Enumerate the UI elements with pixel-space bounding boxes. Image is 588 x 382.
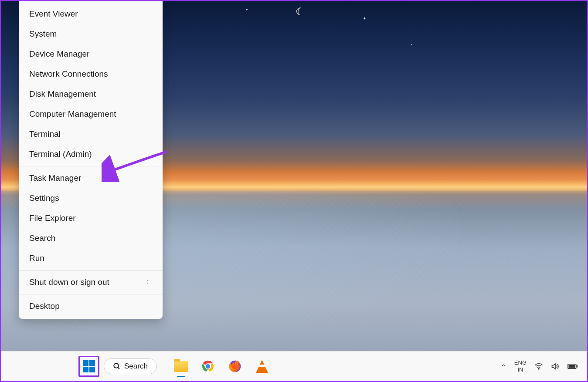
language-indicator[interactable]: ENG IN bbox=[514, 359, 527, 373]
menu-item-computer-management[interactable]: Computer Management bbox=[19, 104, 163, 124]
svg-rect-10 bbox=[569, 365, 575, 368]
menu-item-system[interactable]: System bbox=[19, 24, 163, 44]
chevron-up-icon bbox=[500, 362, 506, 368]
menu-item-shutdown[interactable]: Shut down or sign out 〉 bbox=[19, 272, 163, 292]
vlc-icon bbox=[256, 360, 268, 373]
menu-item-event-viewer[interactable]: Event Viewer bbox=[19, 4, 163, 24]
chrome-taskbar-icon[interactable] bbox=[201, 359, 215, 374]
search-icon bbox=[113, 362, 121, 370]
menu-item-device-manager[interactable]: Device Manager bbox=[19, 44, 163, 64]
chevron-right-icon: 〉 bbox=[146, 278, 152, 286]
wifi-tray-icon[interactable] bbox=[534, 362, 543, 371]
svg-marker-8 bbox=[552, 364, 556, 369]
system-tray: ENG IN bbox=[500, 359, 581, 373]
folder-icon bbox=[174, 361, 188, 372]
desktop-wallpaper[interactable]: ☾ ✦ ✦ • Event Viewer System Device Manag… bbox=[1, 1, 587, 381]
wifi-icon bbox=[534, 362, 543, 371]
menu-item-terminal-admin[interactable]: Terminal (Admin) bbox=[19, 144, 163, 164]
battery-tray-icon[interactable] bbox=[568, 363, 578, 370]
menu-divider bbox=[19, 166, 163, 166]
menu-item-file-explorer[interactable]: File Explorer bbox=[19, 208, 163, 228]
windows-logo-icon bbox=[83, 360, 95, 372]
active-indicator bbox=[177, 376, 185, 377]
menu-item-terminal[interactable]: Terminal bbox=[19, 124, 163, 144]
menu-item-network-connections[interactable]: Network Connections bbox=[19, 64, 163, 84]
menu-item-search[interactable]: Search bbox=[19, 228, 163, 248]
battery-icon bbox=[568, 363, 578, 370]
vlc-taskbar-icon[interactable] bbox=[255, 359, 269, 374]
menu-item-task-manager[interactable]: Task Manager bbox=[19, 168, 163, 188]
menu-divider bbox=[19, 294, 163, 294]
moon-decoration: ☾ bbox=[296, 6, 306, 16]
volume-tray-icon[interactable] bbox=[551, 362, 560, 371]
chrome-icon bbox=[201, 359, 215, 373]
svg-rect-11 bbox=[577, 365, 578, 367]
menu-item-desktop[interactable]: Desktop bbox=[19, 296, 163, 316]
taskbar: Search bbox=[1, 351, 587, 381]
start-button[interactable] bbox=[78, 356, 99, 377]
menu-item-disk-management[interactable]: Disk Management bbox=[19, 84, 163, 104]
firefox-taskbar-icon[interactable] bbox=[228, 359, 242, 374]
menu-divider bbox=[19, 270, 163, 270]
menu-item-settings[interactable]: Settings bbox=[19, 188, 163, 208]
svg-line-2 bbox=[118, 367, 119, 369]
star-decoration: ✦ bbox=[363, 17, 366, 20]
tray-overflow-chevron[interactable] bbox=[500, 362, 506, 370]
menu-item-run[interactable]: Run bbox=[19, 248, 163, 268]
file-explorer-taskbar-icon[interactable] bbox=[173, 359, 188, 374]
star-decoration: ✦ bbox=[245, 8, 248, 12]
star-decoration: • bbox=[411, 43, 412, 47]
svg-point-7 bbox=[538, 368, 539, 369]
firefox-icon bbox=[228, 359, 242, 373]
speaker-icon bbox=[551, 362, 560, 371]
taskbar-search[interactable]: Search bbox=[104, 358, 157, 374]
winx-context-menu: Event Viewer System Device Manager Netwo… bbox=[19, 1, 163, 319]
svg-point-1 bbox=[114, 363, 119, 368]
